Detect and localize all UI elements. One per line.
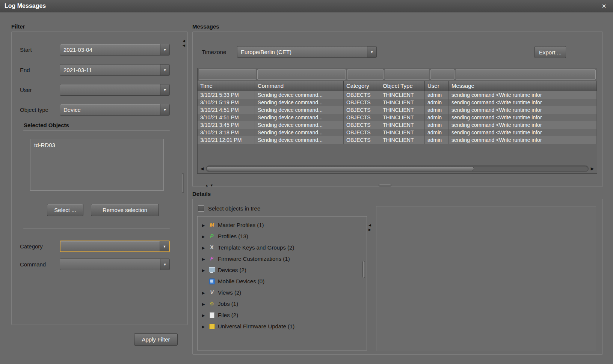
messages-details-splitter-collapse[interactable] [205, 184, 213, 187]
selected-objects-panel: td-RD03 Select ... Remove selection [23, 130, 170, 229]
column-filter-input[interactable] [385, 69, 429, 80]
list-item[interactable]: td-RD03 [30, 139, 163, 151]
tree-item-template-keys[interactable]: Template Keys and Groups (2) [198, 242, 367, 253]
command-label: Command [20, 259, 46, 270]
category-select[interactable] [60, 241, 170, 252]
timezone-select[interactable]: Europe/Berlin (CET) [237, 46, 377, 58]
apply-filter-button[interactable]: Apply Filter [134, 333, 178, 346]
firmware-customizations-icon [208, 256, 215, 262]
column-filter-input[interactable] [430, 69, 454, 80]
timezone-label: Timezone [202, 46, 226, 58]
chevron-down-icon[interactable] [160, 44, 169, 55]
chevron-down-icon[interactable] [160, 259, 169, 270]
start-date-select[interactable]: 2021-03-04 [60, 44, 170, 56]
tree-item-master-profiles[interactable]: Master Profiles (1) [198, 219, 367, 230]
details-splitter-collapse[interactable] [368, 223, 371, 232]
tree-item-profiles[interactable]: Profiles (13) [198, 230, 367, 242]
universal-firmware-update-icon [208, 323, 215, 329]
filter-splitter-collapse[interactable] [183, 39, 185, 47]
column-filter-input[interactable] [199, 69, 256, 80]
column-filter-input[interactable] [257, 69, 346, 80]
start-date-value: 2021-03-04 [60, 44, 160, 55]
chevron-down-icon[interactable] [160, 241, 169, 251]
object-type-select[interactable]: Device [60, 104, 170, 116]
close-icon[interactable] [599, 2, 608, 11]
splitter-down-icon[interactable] [210, 184, 213, 187]
tree-item-mobile-devices[interactable]: Mobile Devices (0) [198, 275, 367, 287]
tree-item-views[interactable]: Views (2) [198, 287, 367, 298]
messages-group-label: Messages [192, 23, 219, 30]
template-keys-icon [208, 244, 215, 251]
expand-icon[interactable] [201, 255, 206, 262]
column-filter-input[interactable] [456, 69, 596, 80]
expand-icon[interactable] [201, 323, 206, 329]
remove-selection-button[interactable]: Remove selection [91, 204, 159, 216]
column-header-object-type[interactable]: Object Type [380, 81, 425, 91]
user-select[interactable] [60, 84, 170, 96]
tree-item-files[interactable]: Files (2) [198, 309, 367, 320]
column-header-user[interactable]: User [425, 81, 449, 91]
chevron-down-icon[interactable] [160, 65, 169, 75]
filter-panel: Start 2021-03-04 End 2021-03-11 User Obj… [11, 32, 188, 325]
table-row[interactable]: 3/10/21 4:51 PM Sending device command..… [198, 106, 597, 114]
splitter-left-icon[interactable] [368, 223, 371, 227]
expand-icon[interactable] [201, 233, 206, 239]
window-title: Log Messages [5, 3, 46, 9]
tree-item-jobs[interactable]: Jobs (1) [198, 298, 367, 309]
splitter-left-icon[interactable] [183, 44, 185, 47]
tree-item-firmware-customizations[interactable]: Firmware Customizations (1) [198, 253, 367, 264]
horizontal-splitter-grip[interactable] [379, 184, 391, 187]
table-row[interactable]: 3/10/21 5:19 PM Sending device command..… [198, 99, 597, 106]
horizontal-scrollbar[interactable] [198, 164, 597, 173]
splitter-up-icon[interactable] [205, 184, 208, 187]
table-row[interactable]: 3/10/21 3:45 PM Sending device command..… [198, 121, 597, 129]
scroll-left-icon[interactable] [199, 166, 205, 171]
object-tree: Master Profiles (1) Profiles (13) Templa… [197, 216, 367, 350]
tree-scrollbar-thumb[interactable] [362, 261, 365, 278]
expand-icon[interactable] [201, 289, 206, 296]
column-header-time[interactable]: Time [198, 81, 255, 91]
column-header-message[interactable]: Message [449, 81, 597, 91]
table-row[interactable]: 3/10/21 4:51 PM Sending device command..… [198, 114, 597, 121]
expand-icon[interactable] [201, 244, 206, 251]
table-row[interactable]: 3/10/21 12:01 PM Sending device command.… [198, 136, 597, 144]
column-header-command[interactable]: Command [255, 81, 344, 91]
messages-panel: Timezone Europe/Berlin (CET) Export ... … [192, 32, 603, 187]
chevron-down-icon[interactable] [160, 84, 169, 95]
export-button[interactable]: Export ... [534, 46, 566, 58]
detail-message-view[interactable] [376, 206, 596, 351]
splitter-right-icon[interactable] [368, 228, 371, 232]
column-header-category[interactable]: Category [344, 81, 380, 91]
files-icon [208, 312, 215, 318]
expand-icon[interactable] [201, 311, 206, 318]
chevron-down-icon[interactable] [160, 104, 169, 115]
end-date-select[interactable]: 2021-03-11 [60, 64, 170, 76]
titlebar: Log Messages [0, 0, 613, 12]
expand-icon[interactable] [201, 266, 206, 273]
end-date-value: 2021-03-11 [60, 65, 160, 75]
splitter-left-icon[interactable] [183, 39, 185, 43]
table-empty-area [198, 144, 597, 164]
table-row[interactable]: 3/10/21 5:33 PM Sending device command..… [198, 91, 597, 99]
selected-objects-group-label: Selected Objects [24, 122, 69, 128]
table-header-row: Time Command Category Object Type User M… [198, 81, 597, 91]
expand-icon[interactable] [201, 300, 206, 307]
selected-objects-list[interactable]: td-RD03 [30, 139, 164, 191]
profiles-icon [208, 233, 215, 239]
tree-item-devices[interactable]: Devices (2) [198, 264, 367, 275]
chevron-down-icon[interactable] [367, 47, 376, 57]
expand-icon[interactable] [201, 221, 206, 228]
scroll-right-icon[interactable] [590, 166, 595, 171]
command-select[interactable] [60, 259, 170, 270]
scrollbar-thumb[interactable] [207, 166, 474, 171]
table-row[interactable]: 3/10/21 3:18 PM Sending device command..… [198, 129, 597, 136]
scrollbar-track[interactable] [206, 165, 589, 172]
messages-table: Time Command Category Object Type User M… [197, 68, 597, 174]
jobs-icon [208, 301, 215, 307]
column-filter-input[interactable] [347, 69, 384, 80]
select-objects-in-tree-checkbox[interactable] [198, 205, 204, 212]
end-label: End [20, 64, 30, 76]
vertical-splitter-grip[interactable] [182, 173, 184, 193]
tree-item-universal-firmware-update[interactable]: Universal Firmware Update (1) [198, 320, 367, 332]
select-objects-button[interactable]: Select ... [47, 204, 83, 216]
